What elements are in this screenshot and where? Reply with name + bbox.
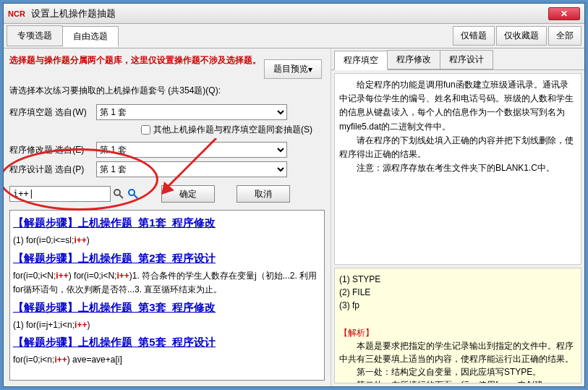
row-fill: 程序填空题 选自(W) 第 1 套 — [9, 104, 325, 120]
search-icon-blue[interactable] — [127, 187, 140, 200]
svg-line-3 — [119, 195, 123, 198]
titlebar: NCR 设置上机操作题抽题 ✕ — [4, 4, 584, 24]
window-title: 设置上机操作题抽题 — [31, 7, 548, 20]
search-icon[interactable] — [112, 187, 125, 200]
preview-button[interactable]: 题目预览 ▾ — [264, 59, 322, 79]
result-link[interactable]: 【解题步骤】上机操作题_第5套_程序设计 — [13, 336, 321, 349]
filter-fav[interactable]: 仅收藏题 — [496, 26, 547, 46]
filter-all[interactable]: 全部 — [548, 26, 581, 46]
answer-head: 【解析】 — [339, 326, 576, 339]
result-link[interactable]: 【解题步骤】上机操作题_第2套_程序设计 — [13, 252, 321, 266]
close-button[interactable]: ✕ — [548, 7, 580, 20]
row-design: 程序设计题 选自(P) 第 1 套 — [9, 161, 325, 177]
tab-special[interactable]: 专项选题 — [7, 25, 63, 46]
same-set-checkbox-row: 其他上机操作题与程序填空题同套抽题(S) — [141, 124, 325, 136]
select-design[interactable]: 第 1 套 — [96, 161, 287, 177]
rtab-fill[interactable]: 程序填空 — [334, 51, 388, 70]
answer-body: 第二处：在所填行的下面一行，使用fopen来创建 — [339, 378, 576, 384]
answer-body: 第一处：结构定义自变量，因此应填写STYPE。 — [339, 365, 576, 378]
result-link[interactable]: 【解题步骤】上机操作题_第3套_程序修改 — [13, 301, 321, 315]
instruction-text: 请选择本次练习要抽取的上机操作题套号 (共354题)(Q): — [9, 85, 325, 97]
close-icon: ✕ — [561, 9, 568, 19]
search-input[interactable] — [9, 186, 111, 202]
result-desc: (1) for(i=j+1;i<n;i++) — [13, 318, 321, 332]
top-toolbar: 专项选题 自由选题 仅错题 仅收藏题 全部 — [4, 24, 584, 48]
left-panel: 选择题与操作题分属两个题库，这里仅设置操作题不涉及选择题。 题目预览 ▾ 请选择… — [4, 48, 331, 386]
cancel-button[interactable]: 取消 — [237, 185, 290, 203]
tab-free[interactable]: 自由选题 — [62, 26, 119, 47]
same-set-label: 其他上机操作题与程序填空题同套抽题(S) — [153, 124, 312, 136]
answer-line: (2) FILE — [339, 286, 576, 299]
rtab-design[interactable]: 程序设计 — [440, 50, 493, 69]
select-fill[interactable]: 第 1 套 — [96, 104, 287, 120]
dropdown-icon: ▾ — [308, 64, 312, 75]
app-window: NCR 设置上机操作题抽题 ✕ 专项选题 自由选题 仅错题 仅收藏题 全部 选择… — [3, 3, 585, 387]
svg-point-2 — [114, 190, 120, 195]
problem-p1: 给定程序的功能是调用fun函数建立班级通讯录。通讯录中记录每位学生的编号、姓名和… — [339, 78, 576, 134]
right-panel: 程序填空 程序修改 程序设计 给定程序的功能是调用fun函数建立班级通讯录。通讯… — [331, 48, 584, 386]
answer-line: (1) STYPE — [339, 273, 576, 286]
same-set-checkbox[interactable] — [141, 125, 150, 135]
answer-panel[interactable]: (1) STYPE (2) FILE (3) fp 【解析】 本题是要求把指定的… — [334, 268, 581, 383]
problem-text[interactable]: 给定程序的功能是调用fun函数建立班级通讯录。通讯录中记录每位学生的编号、姓名和… — [334, 73, 581, 265]
select-modify[interactable]: 第 1 套 — [96, 142, 287, 158]
ok-button[interactable]: 确定 — [161, 185, 215, 203]
svg-line-5 — [134, 195, 137, 198]
content-area: 选择题与操作题分属两个题库，这里仅设置操作题不涉及选择题。 题目预览 ▾ 请选择… — [4, 48, 584, 386]
filter-wrong[interactable]: 仅错题 — [453, 26, 495, 46]
result-desc: (1) for(i=0;i<=sl;i++) — [13, 233, 321, 247]
label-fill: 程序填空题 选自(W) — [9, 106, 96, 119]
label-design: 程序设计题 选自(P) — [9, 164, 96, 176]
svg-point-4 — [129, 190, 135, 195]
answer-line: (3) fp — [339, 299, 576, 312]
app-logo: NCR — [8, 9, 25, 18]
result-desc: for(i=0;i<N;i++) for(i=0;i<N;i++)1. 符合条件… — [13, 268, 321, 297]
rtab-modify[interactable]: 程序修改 — [387, 50, 440, 69]
results-list[interactable]: 【解题步骤】上机操作题_第1套_程序修改 (1) for(i=0;i<=sl;i… — [9, 210, 325, 381]
label-modify: 程序修改题 选自(E) — [9, 144, 96, 156]
answer-body: 本题是要求把指定的学生记录输出到指定的文件中。程序中共有三处要填上适当的内容，使… — [339, 339, 576, 365]
search-row: 确定 取消 — [9, 185, 325, 203]
result-link[interactable]: 【解题步骤】上机操作题_第1套_程序修改 — [13, 216, 321, 230]
row-modify: 程序修改题 选自(E) 第 1 套 — [9, 142, 325, 158]
problem-p2: 请在程序的下划线处填入正确的内容并把下划线删除，使程序得出正确的结果。 — [339, 134, 576, 161]
problem-p3: 注意：源程序存放在考生文件夹下的BLANK1.C中。 — [339, 161, 576, 175]
result-desc: for(i=0;i<n;i++) ave=ave+a[i] — [13, 352, 321, 367]
right-tabs: 程序填空 程序修改 程序设计 — [331, 48, 584, 70]
